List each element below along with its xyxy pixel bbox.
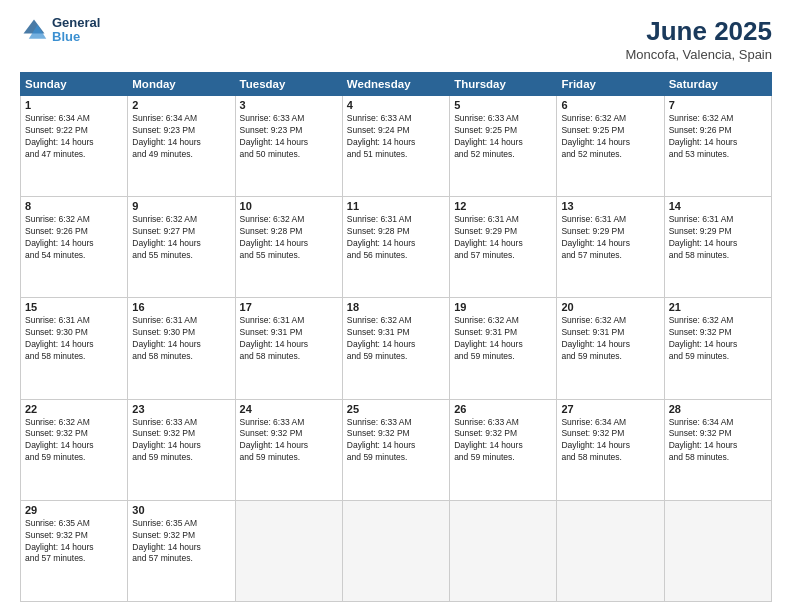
day-number: 11 (347, 200, 445, 212)
day-number: 26 (454, 403, 552, 415)
calendar-cell: 22Sunrise: 6:32 AMSunset: 9:32 PMDayligh… (21, 399, 128, 500)
day-number: 30 (132, 504, 230, 516)
calendar-cell: 28Sunrise: 6:34 AMSunset: 9:32 PMDayligh… (664, 399, 771, 500)
day-number: 13 (561, 200, 659, 212)
calendar-cell: 5Sunrise: 6:33 AMSunset: 9:25 PMDaylight… (450, 96, 557, 197)
day-number: 4 (347, 99, 445, 111)
day-number: 22 (25, 403, 123, 415)
calendar-cell: 6Sunrise: 6:32 AMSunset: 9:25 PMDaylight… (557, 96, 664, 197)
calendar-cell: 27Sunrise: 6:34 AMSunset: 9:32 PMDayligh… (557, 399, 664, 500)
day-number: 23 (132, 403, 230, 415)
calendar-cell: 16Sunrise: 6:31 AMSunset: 9:30 PMDayligh… (128, 298, 235, 399)
day-info: Sunrise: 6:31 AMSunset: 9:29 PMDaylight:… (669, 214, 767, 262)
calendar-week-row: 15Sunrise: 6:31 AMSunset: 9:30 PMDayligh… (21, 298, 772, 399)
day-number: 28 (669, 403, 767, 415)
day-info: Sunrise: 6:31 AMSunset: 9:30 PMDaylight:… (25, 315, 123, 363)
calendar-header-row: Sunday Monday Tuesday Wednesday Thursday… (21, 73, 772, 96)
day-number: 17 (240, 301, 338, 313)
title-block: June 2025 Moncofa, Valencia, Spain (626, 16, 772, 62)
col-monday: Monday (128, 73, 235, 96)
calendar-cell: 25Sunrise: 6:33 AMSunset: 9:32 PMDayligh… (342, 399, 449, 500)
logo-line2: Blue (52, 30, 100, 44)
calendar-cell: 30Sunrise: 6:35 AMSunset: 9:32 PMDayligh… (128, 500, 235, 601)
calendar-week-row: 22Sunrise: 6:32 AMSunset: 9:32 PMDayligh… (21, 399, 772, 500)
day-info: Sunrise: 6:35 AMSunset: 9:32 PMDaylight:… (132, 518, 230, 566)
calendar-week-row: 1Sunrise: 6:34 AMSunset: 9:22 PMDaylight… (21, 96, 772, 197)
calendar-cell (557, 500, 664, 601)
calendar-cell: 21Sunrise: 6:32 AMSunset: 9:32 PMDayligh… (664, 298, 771, 399)
header: General Blue June 2025 Moncofa, Valencia… (20, 16, 772, 62)
calendar-cell (664, 500, 771, 601)
calendar-cell: 13Sunrise: 6:31 AMSunset: 9:29 PMDayligh… (557, 197, 664, 298)
day-info: Sunrise: 6:34 AMSunset: 9:23 PMDaylight:… (132, 113, 230, 161)
day-number: 5 (454, 99, 552, 111)
day-info: Sunrise: 6:34 AMSunset: 9:32 PMDaylight:… (669, 417, 767, 465)
day-info: Sunrise: 6:31 AMSunset: 9:29 PMDaylight:… (561, 214, 659, 262)
calendar-week-row: 29Sunrise: 6:35 AMSunset: 9:32 PMDayligh… (21, 500, 772, 601)
calendar-cell: 12Sunrise: 6:31 AMSunset: 9:29 PMDayligh… (450, 197, 557, 298)
day-number: 7 (669, 99, 767, 111)
day-number: 19 (454, 301, 552, 313)
day-info: Sunrise: 6:31 AMSunset: 9:30 PMDaylight:… (132, 315, 230, 363)
calendar-subtitle: Moncofa, Valencia, Spain (626, 47, 772, 62)
calendar-cell: 23Sunrise: 6:33 AMSunset: 9:32 PMDayligh… (128, 399, 235, 500)
day-number: 8 (25, 200, 123, 212)
day-number: 14 (669, 200, 767, 212)
day-info: Sunrise: 6:34 AMSunset: 9:22 PMDaylight:… (25, 113, 123, 161)
col-tuesday: Tuesday (235, 73, 342, 96)
day-number: 16 (132, 301, 230, 313)
day-info: Sunrise: 6:32 AMSunset: 9:28 PMDaylight:… (240, 214, 338, 262)
day-number: 3 (240, 99, 338, 111)
calendar-cell: 18Sunrise: 6:32 AMSunset: 9:31 PMDayligh… (342, 298, 449, 399)
calendar-cell (342, 500, 449, 601)
day-info: Sunrise: 6:32 AMSunset: 9:26 PMDaylight:… (669, 113, 767, 161)
day-info: Sunrise: 6:35 AMSunset: 9:32 PMDaylight:… (25, 518, 123, 566)
calendar-cell: 1Sunrise: 6:34 AMSunset: 9:22 PMDaylight… (21, 96, 128, 197)
day-info: Sunrise: 6:34 AMSunset: 9:32 PMDaylight:… (561, 417, 659, 465)
day-number: 25 (347, 403, 445, 415)
calendar-cell: 8Sunrise: 6:32 AMSunset: 9:26 PMDaylight… (21, 197, 128, 298)
day-number: 18 (347, 301, 445, 313)
day-info: Sunrise: 6:31 AMSunset: 9:31 PMDaylight:… (240, 315, 338, 363)
day-info: Sunrise: 6:32 AMSunset: 9:26 PMDaylight:… (25, 214, 123, 262)
calendar-cell: 4Sunrise: 6:33 AMSunset: 9:24 PMDaylight… (342, 96, 449, 197)
col-sunday: Sunday (21, 73, 128, 96)
calendar-cell: 10Sunrise: 6:32 AMSunset: 9:28 PMDayligh… (235, 197, 342, 298)
day-info: Sunrise: 6:32 AMSunset: 9:32 PMDaylight:… (25, 417, 123, 465)
calendar-cell: 14Sunrise: 6:31 AMSunset: 9:29 PMDayligh… (664, 197, 771, 298)
calendar-cell: 9Sunrise: 6:32 AMSunset: 9:27 PMDaylight… (128, 197, 235, 298)
calendar-cell: 17Sunrise: 6:31 AMSunset: 9:31 PMDayligh… (235, 298, 342, 399)
calendar-body: 1Sunrise: 6:34 AMSunset: 9:22 PMDaylight… (21, 96, 772, 602)
day-number: 27 (561, 403, 659, 415)
day-info: Sunrise: 6:32 AMSunset: 9:32 PMDaylight:… (669, 315, 767, 363)
calendar-cell: 11Sunrise: 6:31 AMSunset: 9:28 PMDayligh… (342, 197, 449, 298)
calendar-cell (450, 500, 557, 601)
calendar-cell: 15Sunrise: 6:31 AMSunset: 9:30 PMDayligh… (21, 298, 128, 399)
day-number: 2 (132, 99, 230, 111)
day-info: Sunrise: 6:32 AMSunset: 9:25 PMDaylight:… (561, 113, 659, 161)
calendar-title: June 2025 (626, 16, 772, 47)
day-info: Sunrise: 6:32 AMSunset: 9:31 PMDaylight:… (454, 315, 552, 363)
page: General Blue June 2025 Moncofa, Valencia… (0, 0, 792, 612)
calendar-cell: 3Sunrise: 6:33 AMSunset: 9:23 PMDaylight… (235, 96, 342, 197)
day-number: 12 (454, 200, 552, 212)
calendar-cell: 26Sunrise: 6:33 AMSunset: 9:32 PMDayligh… (450, 399, 557, 500)
day-info: Sunrise: 6:32 AMSunset: 9:27 PMDaylight:… (132, 214, 230, 262)
day-info: Sunrise: 6:31 AMSunset: 9:29 PMDaylight:… (454, 214, 552, 262)
day-info: Sunrise: 6:32 AMSunset: 9:31 PMDaylight:… (347, 315, 445, 363)
calendar-cell: 20Sunrise: 6:32 AMSunset: 9:31 PMDayligh… (557, 298, 664, 399)
logo: General Blue (20, 16, 100, 45)
calendar-table: Sunday Monday Tuesday Wednesday Thursday… (20, 72, 772, 602)
day-info: Sunrise: 6:33 AMSunset: 9:25 PMDaylight:… (454, 113, 552, 161)
day-info: Sunrise: 6:33 AMSunset: 9:32 PMDaylight:… (347, 417, 445, 465)
calendar-cell: 7Sunrise: 6:32 AMSunset: 9:26 PMDaylight… (664, 96, 771, 197)
day-info: Sunrise: 6:33 AMSunset: 9:32 PMDaylight:… (240, 417, 338, 465)
calendar-cell (235, 500, 342, 601)
calendar-cell: 24Sunrise: 6:33 AMSunset: 9:32 PMDayligh… (235, 399, 342, 500)
logo-icon (20, 16, 48, 44)
col-wednesday: Wednesday (342, 73, 449, 96)
col-friday: Friday (557, 73, 664, 96)
calendar-cell: 19Sunrise: 6:32 AMSunset: 9:31 PMDayligh… (450, 298, 557, 399)
logo-text: General Blue (52, 16, 100, 45)
day-info: Sunrise: 6:32 AMSunset: 9:31 PMDaylight:… (561, 315, 659, 363)
